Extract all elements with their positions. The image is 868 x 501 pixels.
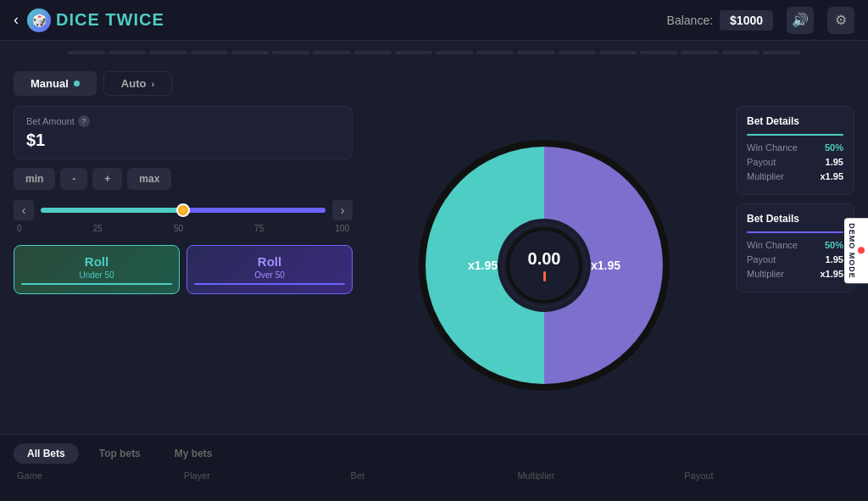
progress-tick [763, 51, 800, 54]
progress-tick [722, 51, 760, 54]
bets-col-game: Game [17, 470, 184, 481]
progress-tick [149, 51, 186, 54]
roll-under-label: Roll [21, 254, 172, 269]
balance-value: $1000 [720, 10, 773, 31]
tab-manual[interactable]: Manual [14, 71, 97, 96]
slider-right-arrow[interactable]: › [332, 200, 353, 220]
slider-label-75: 75 [254, 224, 264, 233]
roll-under-sub: Under 50 [21, 270, 172, 280]
progress-tick [108, 51, 146, 54]
bets-section: All Bets Top bets My bets Game Player Be… [0, 434, 868, 501]
my-bets-tab[interactable]: My bets [161, 443, 226, 464]
progress-tick [231, 51, 269, 54]
roll-buttons: Roll Under 50 Roll Over 50 [14, 245, 353, 294]
logo-icon: 🎲 [27, 8, 51, 32]
center-panel: 0.00 x1.95 x1.95 [366, 106, 722, 424]
right-panel: Bet Details Win Chance 50% Payout 1.95 M… [736, 106, 854, 424]
auto-tab-arrow: › [151, 79, 154, 89]
progress-tick [599, 51, 637, 54]
bet-controls: min - + max [14, 168, 353, 190]
bet-min-button[interactable]: min [14, 168, 55, 190]
bet-detail-1-win-chance-value: 50% [825, 142, 843, 153]
slider-row: ‹ › [14, 200, 353, 220]
slider-labels: 0 25 50 75 100 [14, 224, 353, 233]
bet-detail-2-multiplier-value: x1.95 [820, 269, 843, 279]
header: ‹ 🎲 DICE TWICE Balance: $1000 🔊 ⚙ [0, 0, 868, 41]
header-right: Balance: $1000 🔊 ⚙ [667, 7, 854, 34]
balance-label: Balance: [667, 14, 713, 27]
roll-over-label: Roll [194, 254, 345, 269]
wheel-number: 0.00 [528, 249, 561, 269]
bets-col-player: Player [184, 470, 351, 481]
bet-detail-2-multiplier-row: Multiplier x1.95 [747, 269, 843, 279]
bet-amount-label: Bet Amount ? [26, 115, 340, 127]
bet-detail-2-payout-row: Payout 1.95 [747, 254, 843, 264]
left-panel: Bet Amount ? $1 min - + max ‹ › [14, 106, 353, 424]
bet-amount-info-icon[interactable]: ? [78, 115, 90, 127]
header-left: ‹ 🎲 DICE TWICE [14, 8, 164, 32]
bet-detail-2-win-chance-row: Win Chance 50% [747, 240, 843, 250]
bet-details-card-1: Bet Details Win Chance 50% Payout 1.95 M… [736, 106, 854, 195]
slider-thumb[interactable] [176, 203, 190, 217]
bet-details-2-title: Bet Details [747, 213, 843, 225]
bet-minus-button[interactable]: - [60, 168, 87, 190]
progress-tick [559, 51, 596, 54]
bet-detail-2-win-chance-value: 50% [825, 240, 843, 250]
progress-tick [354, 51, 392, 54]
progress-tick [517, 51, 554, 54]
progress-tick [436, 51, 473, 54]
tab-auto[interactable]: Auto › [103, 71, 172, 96]
bet-detail-1-payout-row: Payout 1.95 [747, 157, 843, 167]
bets-table-header: Game Player Bet Multiplier Payout [14, 470, 854, 481]
demo-mode-badge: DEMO MODE [844, 218, 868, 284]
progress-tick [476, 51, 514, 54]
all-bets-tab[interactable]: All Bets [14, 443, 79, 464]
bet-details-1-title: Bet Details [747, 115, 843, 127]
bet-detail-1-win-chance-row: Win Chance 50% [747, 142, 843, 153]
bet-max-button[interactable]: max [127, 168, 171, 190]
roll-under-line [21, 283, 172, 285]
balance-section: Balance: $1000 [667, 10, 773, 31]
slider-label-0: 0 [17, 224, 22, 233]
bet-detail-1-payout-label: Payout [747, 157, 776, 167]
settings-icon: ⚙ [835, 12, 847, 28]
slider-container[interactable] [41, 203, 326, 218]
slider-label-100: 100 [335, 224, 349, 233]
bet-detail-1-win-chance-label: Win Chance [747, 142, 798, 153]
logo-text: DICE TWICE [56, 10, 164, 30]
sound-button[interactable]: 🔊 [787, 7, 814, 34]
bet-amount-section: Bet Amount ? $1 [14, 106, 353, 159]
settings-button[interactable]: ⚙ [827, 7, 854, 34]
bets-col-multiplier: Multiplier [517, 470, 684, 481]
slider-left-arrow[interactable]: ‹ [14, 200, 34, 220]
progress-tick [313, 51, 350, 54]
bet-detail-1-payout-value: 1.95 [826, 157, 843, 167]
roll-under-button[interactable]: Roll Under 50 [14, 245, 180, 294]
bet-detail-2-multiplier-label: Multiplier [747, 269, 784, 279]
progress-tick [191, 51, 228, 54]
bet-plus-button[interactable]: + [92, 168, 122, 190]
wheel-label-left: x1.95 [468, 259, 498, 272]
roll-over-button[interactable]: Roll Over 50 [186, 245, 353, 294]
progress-tick [272, 51, 309, 54]
bet-amount-value: $1 [26, 131, 340, 150]
wheel-indicator [543, 271, 546, 281]
manual-tab-dot [74, 81, 80, 86]
progress-tick [681, 51, 718, 54]
progress-tick [640, 51, 677, 54]
bet-details-2-line [747, 231, 843, 233]
bet-details-card-2: Bet Details Win Chance 50% Payout 1.95 M… [736, 203, 854, 292]
sound-icon: 🔊 [792, 12, 809, 28]
demo-mode-dot [858, 247, 865, 253]
logo: 🎲 DICE TWICE [27, 8, 164, 32]
top-bets-tab[interactable]: Top bets [86, 443, 154, 464]
bets-col-bet: Bet [351, 470, 518, 481]
tabs-row: Manual Auto › [0, 64, 868, 96]
bet-details-1-line [747, 134, 843, 136]
roll-over-line [194, 283, 345, 285]
bet-detail-1-multiplier-row: Multiplier x1.95 [747, 171, 843, 181]
main-content: Bet Amount ? $1 min - + max ‹ › [0, 96, 868, 434]
slider-track [41, 208, 326, 213]
back-button[interactable]: ‹ [14, 11, 19, 29]
wheel-wrapper: 0.00 x1.95 x1.95 [417, 138, 671, 392]
